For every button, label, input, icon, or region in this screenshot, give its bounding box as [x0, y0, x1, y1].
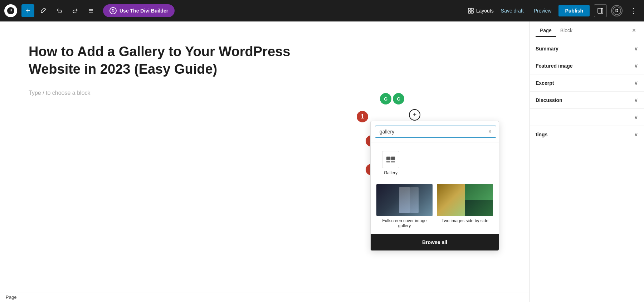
svg-rect-7 [468, 11, 470, 13]
svg-text:D: D [615, 8, 619, 13]
tab-page[interactable]: Page [536, 25, 556, 37]
featured-image-section-header[interactable]: Featured image ∨ [530, 57, 644, 74]
block-inserter-popup: × Gallery [370, 121, 499, 251]
svg-rect-15 [386, 161, 390, 162]
sidebar-section-featured-image: Featured image ∨ [530, 57, 644, 74]
gallery-block-label: Gallery [384, 170, 397, 175]
pattern-aerial-image [437, 184, 493, 216]
pattern-waterfall-image [376, 184, 433, 216]
excerpt-chevron: ∨ [634, 79, 638, 86]
toolbar-right: Layouts Save draft Preview Publish D ⋮ [468, 4, 640, 17]
step-badge-1: 1 [357, 111, 368, 122]
svg-rect-16 [391, 161, 395, 162]
block-inserter-footer: Browse all [371, 234, 499, 250]
svg-rect-13 [386, 157, 390, 160]
pattern-aerial-label: Two images side by side [437, 218, 493, 223]
excerpt-section-header[interactable]: Excerpt ∨ [530, 74, 644, 91]
status-label: Page [6, 294, 16, 300]
avatar-2: C [393, 93, 404, 104]
layouts-button[interactable]: Layouts [468, 8, 494, 14]
featured-image-title: Featured image [536, 63, 572, 69]
publish-button[interactable]: Publish [558, 5, 590, 16]
search-clear-button[interactable]: × [486, 128, 494, 135]
toolbar: W + D Use The Divi Builder [0, 0, 644, 21]
settings-title: tings [536, 132, 547, 137]
divi-icon: D [109, 7, 117, 14]
svg-rect-9 [598, 8, 603, 13]
main-layout: How to Add a Gallery to Your WordPress W… [0, 21, 644, 302]
sidebar-close-button[interactable]: × [628, 25, 640, 36]
featured-image-chevron: ∨ [634, 62, 638, 69]
tab-block[interactable]: Block [556, 25, 577, 37]
collaborator-avatars: G C [380, 93, 404, 104]
sidebar-header: Page Block × [530, 21, 644, 40]
avatar-1: G [380, 93, 391, 104]
editor-area: How to Add a Gallery to Your WordPress W… [0, 21, 530, 302]
svg-rect-5 [468, 8, 470, 10]
more-options-button[interactable]: ⋮ [627, 5, 640, 16]
status-bar: Page [0, 292, 530, 302]
preview-button[interactable]: Preview [531, 6, 555, 15]
summary-chevron: ∨ [634, 45, 638, 52]
block-search-container: × [371, 121, 499, 142]
svg-text:W: W [9, 9, 13, 13]
gallery-block-item[interactable]: Gallery [376, 148, 405, 178]
sidebar-section-empty: ∨ [530, 109, 644, 126]
sidebar-section-settings: tings ∨ [530, 126, 644, 143]
settings-chevron: ∨ [634, 131, 638, 138]
discussion-chevron: ∨ [634, 97, 638, 103]
summary-title: Summary [536, 46, 558, 52]
svg-rect-6 [471, 8, 473, 10]
redo-button[interactable] [69, 4, 82, 17]
sidebar-section-summary: Summary ∨ [530, 40, 644, 57]
empty-section-header[interactable]: ∨ [530, 109, 644, 126]
svg-rect-14 [391, 157, 395, 160]
settings-section-header[interactable]: tings ∨ [530, 126, 644, 143]
toggle-sidebar-button[interactable] [594, 4, 607, 17]
list-view-button[interactable] [84, 4, 97, 17]
browse-all-button[interactable]: Browse all [422, 239, 447, 245]
floating-add-block-button[interactable]: + [409, 109, 420, 121]
divi-builder-button[interactable]: D Use The Divi Builder [103, 4, 175, 17]
discussion-title: Discussion [536, 97, 562, 103]
undo-button[interactable] [53, 4, 66, 17]
add-block-button[interactable]: + [21, 4, 34, 17]
block-results: Gallery [371, 142, 499, 184]
post-title[interactable]: How to Add a Gallery to Your WordPress W… [29, 43, 315, 78]
svg-rect-8 [471, 11, 473, 13]
discussion-section-header[interactable]: Discussion ∨ [530, 92, 644, 108]
gallery-block-icon [382, 151, 399, 168]
block-placeholder[interactable]: Type / to choose a block [29, 87, 501, 99]
pattern-waterfall-label: Fullscreen cover image gallery [376, 218, 433, 228]
save-draft-button[interactable]: Save draft [498, 6, 527, 15]
empty-chevron: ∨ [634, 114, 638, 121]
block-search-input[interactable] [375, 126, 496, 138]
excerpt-title: Excerpt [536, 80, 554, 86]
sidebar-section-excerpt: Excerpt ∨ [530, 74, 644, 92]
summary-section-header[interactable]: Summary ∨ [530, 40, 644, 57]
wp-logo[interactable]: W [4, 4, 17, 17]
edit-icon-button[interactable] [37, 4, 50, 17]
user-avatar[interactable]: D [611, 5, 623, 16]
pattern-aerial[interactable]: Two images side by side [437, 184, 493, 228]
right-sidebar: Page Block × Summary ∨ Featured image ∨ … [530, 21, 644, 302]
block-patterns: Fullscreen cover image gallery Two i [371, 184, 499, 234]
pattern-waterfall[interactable]: Fullscreen cover image gallery [376, 184, 433, 228]
sidebar-section-discussion: Discussion ∨ [530, 92, 644, 109]
